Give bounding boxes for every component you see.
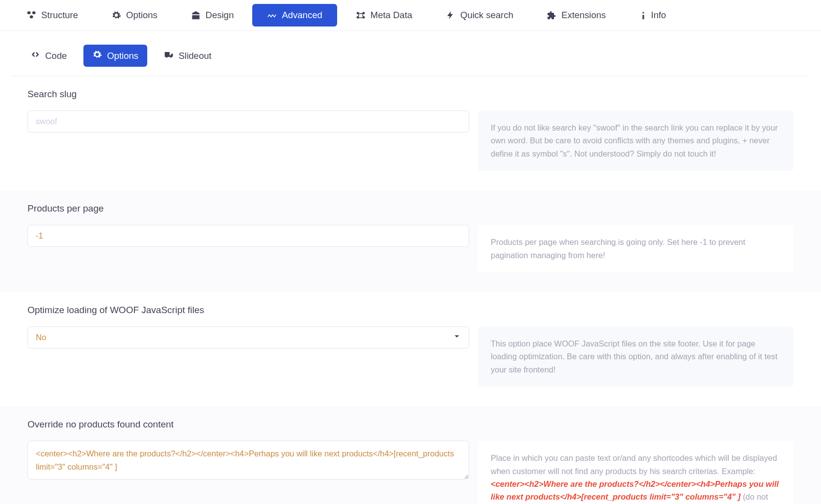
section-title: Override no products found content: [27, 419, 794, 430]
sub-tab-options[interactable]: Options: [83, 45, 147, 67]
optimize-js-select[interactable]: No: [27, 326, 469, 348]
code-icon: [30, 50, 40, 62]
section-optimize-js: Optimize loading of WOOF JavaScript file…: [0, 292, 821, 406]
help-text: This option place WOOF JavaScript files …: [478, 326, 794, 387]
section-title: Products per page: [27, 203, 794, 214]
tab-structure[interactable]: Structure: [10, 0, 95, 30]
info-icon: [639, 10, 646, 20]
tab-advanced[interactable]: Advanced: [252, 4, 337, 27]
tab-label: Meta Data: [371, 10, 412, 21]
tab-label: Structure: [41, 10, 78, 21]
tab-quick-search[interactable]: Quick search: [429, 0, 530, 30]
tab-extensions[interactable]: Extensions: [530, 0, 623, 30]
bolt-icon: [446, 10, 455, 20]
sub-tab-slideout[interactable]: Slideout: [155, 45, 220, 67]
main-tabs: Structure Options Design Advanced Meta D…: [0, 0, 821, 31]
puzzle-icon: [547, 10, 556, 20]
nodes-icon: [356, 10, 366, 20]
cubes-icon: [26, 10, 36, 20]
section-search-slug: Search slug If you do not like search ke…: [0, 76, 821, 190]
help-text: If you do not like search key "swoof" in…: [478, 110, 794, 171]
tab-label: Design: [206, 10, 234, 21]
palette-icon: [191, 10, 201, 20]
tab-label: Extensions: [561, 10, 606, 21]
sub-tab-code[interactable]: Code: [22, 45, 76, 67]
help-text: Place in which you can paste text or/and…: [478, 441, 794, 504]
help-text: Products per page when searching is goin…: [478, 225, 794, 272]
tab-info[interactable]: Info: [623, 0, 683, 30]
section-override-no-products: Override no products found content Place…: [0, 406, 821, 504]
help-pre: Place in which you can paste text or/and…: [491, 453, 777, 475]
section-title: Search slug: [27, 89, 794, 100]
truck-icon: [164, 50, 174, 62]
tab-options[interactable]: Options: [95, 0, 174, 30]
tab-label: Quick search: [460, 10, 513, 21]
search-slug-input[interactable]: [27, 110, 469, 133]
tab-design[interactable]: Design: [174, 0, 251, 30]
wave-icon: [267, 10, 277, 20]
override-no-products-textarea[interactable]: [27, 441, 469, 479]
tab-meta-data[interactable]: Meta Data: [339, 0, 429, 30]
gear-icon: [111, 10, 121, 20]
tab-label: Advanced: [282, 10, 322, 21]
products-per-page-input[interactable]: [27, 225, 469, 247]
sub-tabs: Code Options Slideout: [0, 31, 821, 67]
tab-label: Options: [126, 10, 158, 21]
tab-label: Info: [651, 10, 666, 21]
section-title: Optimize loading of WOOF JavaScript file…: [27, 305, 794, 316]
sub-tab-label: Code: [45, 51, 67, 61]
section-products-per-page: Products per page Products per page when…: [0, 190, 821, 292]
sub-tab-label: Options: [107, 51, 138, 61]
help-example: <center><h2>Where are the products?</h2>…: [491, 479, 779, 501]
gear-icon: [92, 50, 102, 62]
sub-tab-label: Slideout: [179, 51, 212, 61]
